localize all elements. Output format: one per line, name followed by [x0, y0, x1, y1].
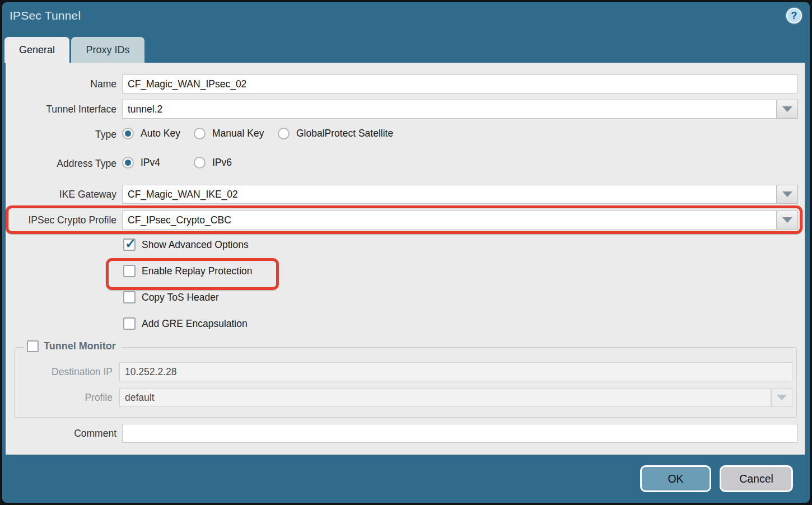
type-row: Type Auto Key Manual Key GlobalProtect S… [6, 128, 805, 142]
destination-ip-label: Destination IP [15, 366, 113, 378]
tunnel-interface-row: Tunnel Interface [6, 100, 805, 119]
screen-frame: IPSec Tunnel ? General Proxy IDs Name Tu… [0, 0, 812, 505]
dialog-titlebar: IPSec Tunnel ? [2, 2, 810, 37]
name-label: Name [6, 78, 116, 90]
chevron-down-icon [782, 217, 792, 223]
type-option-globalprotect-satellite[interactable]: GlobalProtect Satellite [278, 128, 393, 139]
tab-proxy-ids[interactable]: Proxy IDs [71, 37, 144, 63]
cancel-button[interactable]: Cancel [720, 465, 793, 492]
show-advanced-options-label: Show Advanced Options [142, 239, 249, 251]
chevron-down-icon [782, 191, 792, 197]
tab-general-label: General [19, 44, 55, 56]
copy-tos-header-label: Copy ToS Header [142, 292, 219, 303]
ike-gateway-row: IKE Gateway [6, 185, 805, 204]
address-type-option-ipv4[interactable]: IPv4 [122, 157, 194, 169]
ike-gateway-dropdown-button[interactable] [777, 185, 798, 204]
tunnel-interface-combobox [122, 100, 798, 119]
address-type-row: Address Type IPv4 IPv6 [6, 157, 805, 171]
check-icon: ✓ [125, 236, 136, 251]
tab-general[interactable]: General [4, 37, 69, 63]
radio-selected-icon [122, 128, 134, 139]
add-gre-encapsulation-label: Add GRE Encapsulation [142, 318, 248, 330]
profile-input [119, 388, 771, 407]
radio-icon [194, 128, 206, 139]
radio-selected-icon [122, 157, 134, 169]
address-type-radio-group: IPv4 IPv6 [122, 157, 232, 169]
comment-row: Comment [6, 424, 805, 443]
ike-gateway-combobox [122, 185, 798, 204]
type-radio-group: Auto Key Manual Key GlobalProtect Satell… [122, 128, 393, 139]
comment-input[interactable] [122, 424, 797, 443]
name-input[interactable] [122, 74, 797, 93]
tunnel-interface-dropdown-button[interactable] [777, 100, 798, 119]
checkbox-unchecked-icon [123, 291, 136, 303]
dialog-footer: OK Cancel [640, 465, 793, 492]
ipsec-crypto-profile-combobox [122, 211, 798, 230]
checkbox-unchecked-icon [27, 340, 39, 352]
ipsec-crypto-profile-row: IPSec Crypto Profile [6, 211, 805, 230]
general-tab-panel: Name Tunnel Interface Type [6, 63, 805, 455]
address-type-option-ipv6[interactable]: IPv6 [194, 157, 232, 169]
dialog-title: IPSec Tunnel [10, 9, 81, 22]
tunnel-interface-input[interactable] [122, 100, 777, 119]
profile-label: Profile [15, 392, 113, 404]
tunnel-monitor-label: Tunnel Monitor [44, 340, 116, 352]
radio-icon [278, 128, 290, 139]
profile-dropdown-button [771, 388, 792, 407]
checkbox-unchecked-icon [123, 317, 136, 330]
comment-label: Comment [6, 428, 116, 439]
type-option-auto-key[interactable]: Auto Key [122, 128, 194, 139]
chevron-down-icon [777, 395, 787, 400]
ipsec-crypto-profile-dropdown-button[interactable] [777, 211, 798, 230]
show-advanced-options-row[interactable]: ✓ Show Advanced Options [123, 238, 249, 251]
radio-icon [194, 157, 206, 169]
add-gre-encapsulation-row[interactable]: Add GRE Encapsulation [123, 317, 248, 330]
question-mark-glyph: ? [791, 11, 797, 21]
ok-button[interactable]: OK [640, 465, 711, 492]
checkbox-checked-icon: ✓ [123, 239, 136, 251]
ipsec-tunnel-dialog: IPSec Tunnel ? General Proxy IDs Name Tu… [2, 2, 810, 503]
ike-gateway-label: IKE Gateway [6, 189, 116, 200]
ike-gateway-input[interactable] [122, 185, 777, 204]
ipsec-crypto-profile-label: IPSec Crypto Profile [6, 214, 116, 226]
tunnel-monitor-fieldset: Tunnel Monitor Destination IP Profile [14, 347, 797, 418]
profile-combobox [119, 388, 792, 407]
enable-replay-protection-label: Enable Replay Protection [142, 265, 252, 277]
type-option-manual-key[interactable]: Manual Key [194, 128, 278, 139]
ipsec-crypto-profile-input[interactable] [122, 211, 777, 230]
checkbox-unchecked-icon [123, 265, 136, 277]
copy-tos-header-row[interactable]: Copy ToS Header [123, 291, 219, 304]
help-icon[interactable]: ? [786, 8, 802, 24]
chevron-down-icon [782, 106, 792, 112]
enable-replay-protection-row[interactable]: Enable Replay Protection [123, 264, 252, 278]
type-label: Type [6, 129, 116, 141]
destination-ip-input [119, 362, 792, 381]
address-type-label: Address Type [6, 158, 116, 170]
name-row: Name [6, 74, 805, 93]
tunnel-monitor-legend[interactable]: Tunnel Monitor [25, 340, 121, 352]
tab-proxy-ids-label: Proxy IDs [86, 44, 129, 56]
tunnel-interface-label: Tunnel Interface [6, 104, 116, 115]
